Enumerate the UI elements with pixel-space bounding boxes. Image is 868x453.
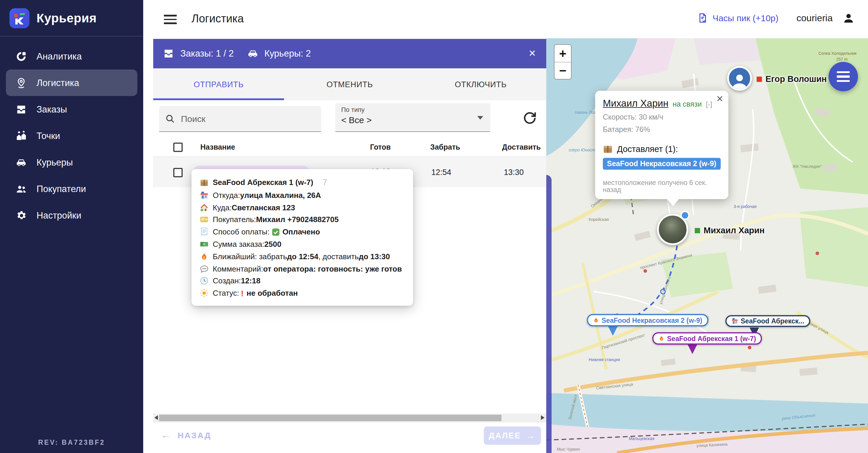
- popup-location-age: местоположение получено 6 сек. назад: [603, 179, 721, 193]
- scrollbar-thumb[interactable]: [159, 414, 501, 421]
- username: courieria: [797, 13, 833, 24]
- sidebar-item-settings[interactable]: Настройки: [6, 202, 137, 229]
- orders-box-icon: [163, 48, 175, 60]
- peak-hours-label: Часы пик (+10p): [712, 13, 778, 23]
- courier-marker-egor[interactable]: [727, 66, 752, 91]
- app-logo-icon: [9, 8, 29, 28]
- marker-pointer-blue: [608, 326, 618, 336]
- orders-panel: Заказы: 1 / 2 Курьеры: 2 × ОТПРАВИТЬ ОТМ…: [153, 38, 547, 453]
- store-icon: [200, 191, 209, 200]
- back-button[interactable]: ← НАЗАД: [161, 429, 211, 441]
- courier-popup: × Михаил Харин на связи [-] Скорость: 30…: [595, 91, 728, 199]
- search-input[interactable]: [180, 113, 309, 124]
- map[interactable]: Океанский проспект проспект Красного Зна…: [546, 38, 868, 453]
- tooltip-line-sum: Сумма заказа: 2500: [200, 238, 405, 250]
- user-account-icon[interactable]: [842, 12, 855, 25]
- clock-icon: [200, 277, 209, 285]
- refresh-icon: [522, 110, 537, 126]
- street-label: Мальцевская: [629, 436, 654, 441]
- arrow-right-icon: →: [526, 430, 536, 441]
- sidebar-item-points[interactable]: Точки: [6, 123, 137, 149]
- package-icon: [603, 144, 613, 154]
- map-marker-nekrasovskaya[interactable]: SeaFood Некрасовская 2 (w-9): [587, 314, 708, 326]
- zoom-in-button[interactable]: +: [555, 45, 571, 62]
- popup-status: на связи: [673, 100, 702, 108]
- select-all-checkbox[interactable]: [173, 142, 183, 152]
- tab-disable[interactable]: ОТКЛЮЧИТЬ: [415, 68, 546, 100]
- comment-icon: [200, 264, 209, 273]
- peak-hours-link[interactable]: Часы пик (+10p): [697, 12, 778, 24]
- receipt-icon: [200, 228, 209, 236]
- popup-collapse-link[interactable]: [-]: [706, 100, 712, 108]
- popup-close-icon[interactable]: ×: [717, 93, 723, 105]
- street-label: Нижняя станция: [589, 357, 620, 362]
- courier-label-egor: Егор Волошин: [756, 74, 827, 84]
- popup-delivers-line: Доставляет (1):: [603, 144, 721, 154]
- online-dot: [681, 211, 689, 220]
- tooltip-line-to: Куда: Светланская 123: [200, 201, 405, 214]
- tooltip-line-created: Создан: 12:18: [200, 275, 405, 287]
- tooltip-line-nearest: Ближайший: забрать до 12:54, доставить д…: [200, 250, 405, 263]
- fire-icon: [200, 252, 209, 261]
- analytics-icon: [15, 51, 27, 62]
- card-icon: [200, 215, 209, 224]
- warning-exclamation-icon: !: [241, 289, 243, 298]
- pickup-time: 12:54: [431, 168, 452, 177]
- sidebar-item-label: Покупатели: [36, 184, 86, 194]
- location-pin-icon: [15, 77, 27, 89]
- app: Курьерия Аналитика Логистика Заказы Точк…: [0, 0, 868, 453]
- table-header: Название Готов Забрать Доставить: [153, 139, 546, 157]
- popup-courier-name[interactable]: Михаил Харин: [603, 98, 669, 109]
- banner-close-icon[interactable]: ×: [529, 45, 536, 61]
- street-label: 257 m: [836, 57, 848, 62]
- tooltip-line-from: Откуда: улица Махалина, 26А: [200, 189, 405, 201]
- document-check-icon: [697, 12, 708, 24]
- zoom-out-button[interactable]: −: [555, 62, 571, 79]
- panel-footer: ← НАЗАД ДАЛЕЕ →: [153, 422, 546, 453]
- status-square-green: [695, 228, 700, 233]
- houses-icon: [15, 130, 27, 142]
- house-icon: [200, 203, 209, 212]
- tab-send[interactable]: ОТПРАВИТЬ: [153, 68, 284, 100]
- car-icon: [247, 48, 258, 60]
- tab-cancel[interactable]: ОТМЕНИТЬ: [284, 68, 415, 100]
- deliver-time: 13:30: [504, 168, 524, 177]
- type-filter-select[interactable]: По типу < Все >: [335, 103, 490, 132]
- orders-box-icon: [15, 103, 27, 115]
- fire-icon: [593, 316, 599, 324]
- sidebar-item-customers[interactable]: Покупатели: [6, 175, 137, 202]
- package-icon: [200, 178, 209, 187]
- fire-icon: [658, 334, 665, 342]
- sidebar-item-orders[interactable]: Заказы: [6, 96, 137, 123]
- revision-label: REV: BA723BF2: [0, 439, 143, 446]
- scroll-left-arrow[interactable]: [154, 415, 158, 420]
- map-layers-button[interactable]: [829, 62, 858, 91]
- map-marker-abrekskaya-1[interactable]: SeaFood Абрекская 1 (w-7): [652, 332, 762, 345]
- street-label: Корейская: [589, 217, 609, 222]
- col-name: Название: [200, 143, 235, 151]
- map-marker-abrekskaya-store[interactable]: SeaFood Абрекск...: [725, 315, 810, 327]
- scroll-right-arrow[interactable]: [541, 415, 545, 420]
- map-drawer-handle[interactable]: [546, 175, 552, 453]
- order-tooltip: SeaFood Абрекская 1 (w-7) 7 Откуда: улиц…: [191, 169, 413, 306]
- sidebar-item-couriers[interactable]: Курьеры: [6, 149, 137, 175]
- row-checkbox[interactable]: [173, 168, 183, 177]
- next-button[interactable]: ДАЛЕЕ →: [484, 426, 541, 445]
- banner-couriers-count: Курьеры: 2: [264, 48, 311, 59]
- street-label: ЖК "Наследие": [793, 164, 822, 169]
- people-icon: [15, 183, 27, 195]
- sidebar-item-logistics[interactable]: Логистика: [6, 69, 137, 96]
- hamburger-menu-icon[interactable]: [164, 15, 177, 24]
- street-label: 3-я рабочая: [734, 204, 756, 209]
- selection-banner: Заказы: 1 / 2 Курьеры: 2 ×: [153, 39, 546, 68]
- street-label: Мыс Чуркин: [557, 447, 580, 452]
- status-square-red: [756, 76, 762, 82]
- popup-battery: Батарея: 76%: [603, 126, 721, 134]
- tooltip-title-line: SeaFood Абрекская 1 (w-7) 7: [200, 175, 405, 189]
- refresh-button[interactable]: [522, 110, 537, 126]
- sidebar-item-analytics[interactable]: Аналитика: [6, 43, 137, 69]
- action-tabs: ОТПРАВИТЬ ОТМЕНИТЬ ОТКЛЮЧИТЬ: [153, 68, 546, 100]
- popup-order-badge[interactable]: SeaFood Некрасовская 2 (w-9): [603, 158, 720, 170]
- tooltip-line-status: Статус: ! не обработан: [200, 287, 405, 299]
- sun-icon: [200, 289, 209, 298]
